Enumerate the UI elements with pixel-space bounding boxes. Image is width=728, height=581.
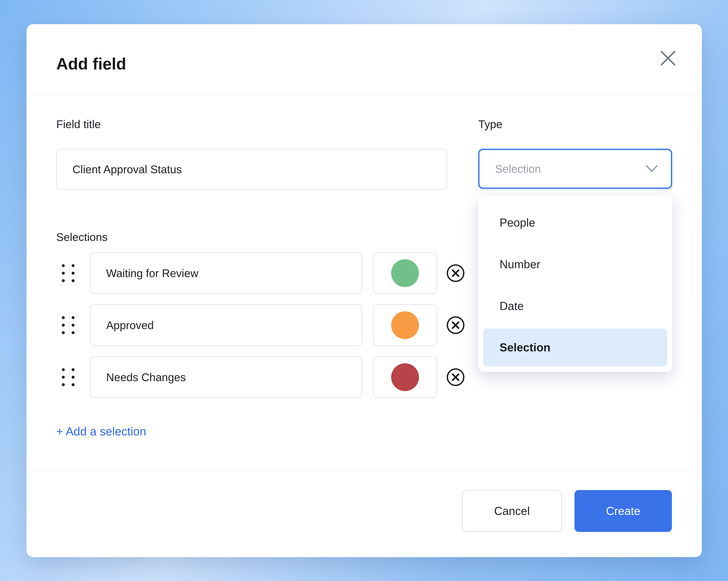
color-dot-orange xyxy=(391,311,419,339)
dialog-title: Add field xyxy=(56,54,126,73)
color-dot-red xyxy=(391,363,419,391)
chevron-down-icon xyxy=(646,165,658,173)
footer-divider xyxy=(26,471,702,471)
selection-input[interactable] xyxy=(90,304,362,346)
field-title-input[interactable] xyxy=(56,149,447,190)
header-divider xyxy=(26,95,702,95)
type-select-value: Selection xyxy=(495,162,541,175)
menu-item-selection[interactable]: Selection xyxy=(483,328,667,367)
type-dropdown-menu: People Number Date Selection xyxy=(478,195,672,372)
add-selection-link[interactable]: + Add a selection xyxy=(56,425,146,438)
color-swatch-button[interactable] xyxy=(373,356,437,398)
x-circle-icon xyxy=(446,264,465,283)
menu-item-date[interactable]: Date xyxy=(478,285,672,327)
close-button[interactable] xyxy=(655,46,681,71)
selection-row xyxy=(62,304,465,346)
field-title-label: Field title xyxy=(56,118,101,130)
close-icon xyxy=(660,50,676,66)
selections-label: Selections xyxy=(56,231,108,244)
type-label: Type xyxy=(478,118,502,130)
remove-selection-button[interactable] xyxy=(446,368,465,387)
color-dot-green xyxy=(391,259,419,287)
selection-row xyxy=(62,252,465,294)
drag-handle-icon[interactable] xyxy=(62,316,75,334)
color-swatch-button[interactable] xyxy=(373,304,437,346)
menu-item-people[interactable]: People xyxy=(478,202,672,244)
footer-actions: Cancel Create xyxy=(462,490,672,532)
menu-item-number[interactable]: Number xyxy=(478,244,672,285)
selection-input[interactable] xyxy=(90,252,362,294)
x-circle-icon xyxy=(446,316,465,335)
create-button[interactable]: Create xyxy=(574,490,672,532)
selection-row xyxy=(62,356,465,398)
remove-selection-button[interactable] xyxy=(446,316,465,335)
x-circle-icon xyxy=(446,368,465,387)
type-select[interactable]: Selection xyxy=(478,149,672,189)
add-field-dialog: Add field Field title Type Selection Peo… xyxy=(26,24,702,557)
drag-handle-icon[interactable] xyxy=(62,264,75,282)
drag-handle-icon[interactable] xyxy=(62,368,75,386)
remove-selection-button[interactable] xyxy=(446,264,465,283)
color-swatch-button[interactable] xyxy=(373,252,437,294)
selection-input[interactable] xyxy=(90,356,362,398)
cancel-button[interactable]: Cancel xyxy=(462,490,562,532)
